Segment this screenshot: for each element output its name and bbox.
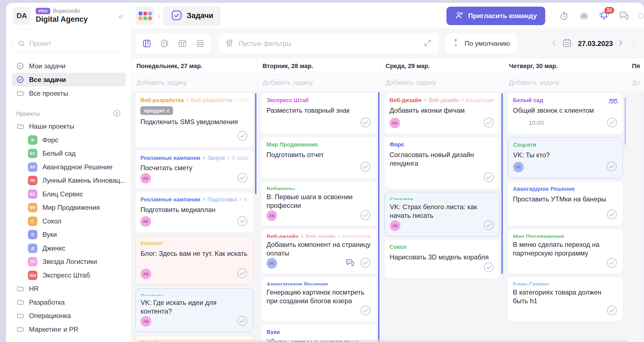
sort-dropdown[interactable]: По умолчанию [446,33,517,54]
sidebar-folder-item[interactable]: Маркетинг и PR [12,323,126,336]
task-card[interactable]: Блиц СервисВ категориях товара должен бы… [508,277,623,321]
task-check-button[interactable] [483,171,495,184]
task-card[interactable]: Мир ПродвиженияВ меню сделать переход на… [508,229,623,274]
task-check-button[interactable] [237,130,248,143]
column-scrollbar[interactable] [255,93,256,194]
card-project-label: Блиц Сервис [513,281,618,285]
task-card[interactable]: Экспресс ШтабРазместить товарный знак [261,93,376,134]
task-check-button[interactable] [606,209,618,221]
column-scrollbar[interactable] [624,97,626,145]
task-card[interactable]: КонтентБлог: Здесь вам не тут. Как искат… [135,236,253,285]
profile-icon-partial[interactable] [638,9,644,22]
task-check-button[interactable] [236,315,248,328]
lotus-icon[interactable] [578,9,590,22]
task-card[interactable]: ФорсСогласовать новый дизайн лендинга [385,137,500,189]
chat-icon[interactable] [618,9,631,22]
sidebar-project-item[interactable]: ВВуки [12,228,126,242]
project-search-input[interactable]: Проект [12,35,126,52]
sidebar-project-item[interactable]: БСБелый сад [12,147,126,160]
task-title: VK: Страх белого листа: как начать писат… [390,203,494,220]
apps-grid-button[interactable] [136,7,154,25]
sidebar-folder-item[interactable]: Операционка [12,309,126,323]
workspace-avatar[interactable]: DA [13,7,31,25]
prev-day-icon[interactable] [551,39,556,48]
task-check-button[interactable] [483,219,494,232]
sidebar-project-item[interactable]: МПМир Продвижения [12,201,126,215]
workspace-name[interactable]: Digital Agency [36,15,88,24]
task-card[interactable]: СоцсетиVK: Ты кто?ИК [508,137,623,178]
task-card[interactable]: Веб-дизайн>Веб-дизайн>КонцепцияДобавить … [261,229,376,274]
invite-team-button[interactable]: Пригласить команду [446,7,545,25]
view-rows-button[interactable] [192,36,208,51]
next-day-icon[interactable] [618,39,623,48]
sidebar-project-item[interactable]: ЭШЭкспресс Штаб [12,269,126,282]
view-board-button[interactable] [139,36,155,51]
task-card[interactable]: Авангардное РешениеПроставить УТМки на б… [508,182,623,226]
filter-input[interactable]: Пустые фильтры [218,33,438,54]
task-check-button[interactable] [606,117,618,129]
tab-tasks[interactable]: Задачи [163,6,221,26]
task-title: Добавить компонент на страницу оплаты [266,240,371,257]
task-card[interactable]: СоцсетиVK: Страх белого листа: как начат… [385,192,500,236]
view-list-button[interactable] [157,36,173,51]
task-card[interactable]: Веб-дизайн>Веб-дизайн>КонцепцияДобавить … [385,93,500,134]
task-check-button[interactable] [360,257,371,270]
sidebar-project-item[interactable]: БСБлиц Сервис [12,187,126,201]
task-check-button[interactable] [360,161,371,174]
sidebar-item-all-projects[interactable]: Все проекты [12,86,126,100]
task-check-button[interactable] [483,261,495,274]
task-check-button[interactable] [237,215,248,228]
task-card[interactable]: Рекламные кампании>Подготовка>К раПодгот… [135,192,253,232]
column-scrollbar[interactable] [378,92,379,342]
sidebar-folder-item[interactable]: Разработка [12,296,126,309]
calendar-icon[interactable] [562,38,572,49]
task-check-button[interactable] [236,268,248,280]
task-check-button[interactable] [360,117,371,129]
collapse-sidebar-icon[interactable]: « [118,11,123,20]
sidebar-item-label: Наши проекты [29,122,74,130]
task-check-button[interactable] [483,117,495,129]
sidebar-project-item[interactable]: ЗЛЗвезда Логистики [12,255,126,269]
task-card[interactable]: Рекламные кампании>Запуск>К работеПосчит… [135,151,253,189]
sidebar-project-item[interactable]: АРАвангардное Решение [12,160,126,174]
task-check-button[interactable] [606,257,618,270]
task-check-button[interactable] [237,172,248,185]
sidebar-project-item[interactable]: ДДжинкс [12,242,126,255]
column-scrollbar[interactable] [501,93,503,274]
add-task-cell[interactable]: Добавить задачу [258,74,381,91]
add-task-cell[interactable]: Добавить задачу [504,74,627,91]
task-check-button[interactable] [360,209,371,222]
add-task-cell[interactable]: До [627,74,644,91]
add-project-icon[interactable] [113,109,121,119]
view-table-button[interactable] [174,36,191,51]
task-card[interactable]: ВебинарыВ: Первые шаги в освоении профес… [261,182,376,226]
sidebar-project-item[interactable]: ФФорс [12,133,126,147]
timer-icon[interactable] [558,9,570,22]
sidebar-project-item[interactable]: ЛКЛунный Камень Инновац... [12,174,126,187]
task-card[interactable]: СоколНарисовать 3D модель корабля [385,240,500,279]
task-check-button[interactable] [606,161,617,174]
task-check-button[interactable] [606,305,618,317]
task-check-button[interactable] [360,305,371,317]
add-task-cell[interactable]: Добавить задачу [131,74,258,91]
task-card[interactable]: ВукиУбрать завесы в отличные со [261,325,376,342]
sidebar-item-all-tasks[interactable]: Все задачи [12,73,126,86]
breadcrumb-separator: > [423,97,427,103]
card-footer: АБ [141,315,248,328]
task-title: В категориях товара должен быть h1 [513,288,618,305]
sidebar-folder-item[interactable]: Наши проекты [12,120,126,133]
board-horizontal-scrollbar[interactable] [136,340,628,341]
task-card[interactable]: Авангардное РешениеГенерацию картинок по… [261,277,376,321]
task-title: Добавить иконки фичам [390,106,495,115]
task-card[interactable]: Веб-разработка>Веб-разработка>Готовопрод… [135,93,253,147]
task-card[interactable]: Мир ПродвиженияПодготовить отчет [261,137,376,178]
expand-icon[interactable] [423,38,432,49]
current-date[interactable]: 27.03.2023 [578,40,613,48]
notifications-bell-icon[interactable]: 32 [598,9,611,22]
sidebar-folder-item[interactable]: HR [12,282,126,296]
task-card[interactable]: СоцсетиVK: Где искать идеи для контента?… [135,288,253,332]
add-task-cell[interactable]: Добавить задачу [381,74,504,91]
sidebar-item-my-tasks[interactable]: Мои задачи [12,59,126,73]
sidebar-project-item[interactable]: ССокол [12,215,126,228]
task-card[interactable]: Белый садОбщий звонок с клиентом10:00 [508,93,623,134]
